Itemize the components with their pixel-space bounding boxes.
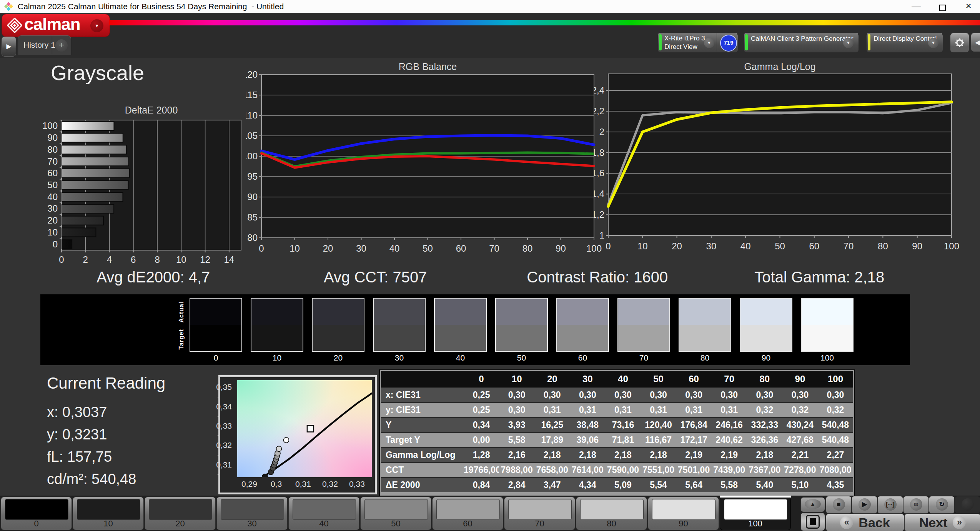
patch-button-50[interactable]: 50 (360, 497, 431, 530)
measurement-point (276, 446, 282, 451)
patch-button-10[interactable]: 10 (73, 497, 144, 530)
svg-text:100: 100 (246, 151, 258, 161)
patch-button-100[interactable]: 100 (720, 497, 791, 530)
patch-button-20[interactable]: 20 (145, 497, 216, 530)
patch-label: 10 (73, 519, 143, 529)
table-value-cell: 116,67 (641, 433, 676, 447)
measurement-table: 0102030405060708090100x: CIE310,250,300,… (380, 370, 854, 496)
patch-button-60[interactable]: 60 (432, 497, 503, 530)
patch-button-0[interactable]: 0 (1, 497, 72, 530)
svg-text:30: 30 (356, 243, 366, 254)
app-logo-icon (4, 2, 13, 11)
table-value-cell: 7590,00 (605, 463, 641, 477)
table-row: y: CIE310,250,300,310,310,310,310,310,31… (381, 403, 853, 417)
table-value-cell: 0,30 (712, 388, 747, 402)
continuous-measure-button[interactable]: ∞ (903, 496, 929, 514)
collapse-panel-button[interactable]: ◀ (971, 33, 980, 52)
swatch-target (374, 325, 425, 351)
table-value-cell: 7551,00 (641, 463, 676, 477)
grayscale-swatch-100: 100 (801, 294, 854, 365)
patch-button-70[interactable]: 70 (504, 497, 575, 530)
table-value-cell: 172,17 (676, 433, 712, 447)
table-header-cell (381, 371, 464, 387)
svg-text:Gamma Log/Log: Gamma Log/Log (744, 62, 815, 72)
swatch-actual (557, 299, 608, 325)
patch-size-up-button[interactable]: ▲ (800, 497, 825, 512)
table-row-label: ΔE 2000 (381, 478, 464, 492)
pattern-generator-dropdown[interactable]: CalMAN Client 3 Pattern Generator ▼ (744, 33, 859, 53)
refresh-button[interactable]: ↻ (929, 496, 955, 514)
table-value-cell: 427,68 (782, 433, 818, 447)
back-chevron-icon: « (840, 516, 853, 529)
close-button[interactable]: × (958, 0, 979, 13)
next-button[interactable]: Next » (904, 514, 980, 531)
tab-scroll-button[interactable]: ▶ (2, 37, 16, 57)
svg-text:0: 0 (606, 241, 611, 251)
minimize-button[interactable]: — (905, 0, 927, 13)
tab-divider (52, 37, 52, 54)
svg-text:40: 40 (740, 241, 751, 251)
swatch-actual (802, 299, 853, 325)
patch-label: 50 (361, 519, 431, 529)
table-value-cell: 3,47 (534, 478, 570, 492)
swatch-box (373, 298, 426, 352)
grayscale-swatch-90: 90 (740, 294, 792, 365)
cie-x-tick-label: 0,29 (241, 479, 257, 489)
table-value-cell: 5,58 (712, 478, 747, 492)
step-measure-button[interactable]: [··] (877, 496, 903, 514)
patch-label: 100 (720, 519, 790, 529)
table-value-cell: 2,18 (570, 448, 605, 462)
table-header-cell: 10 (499, 371, 534, 387)
swatch-level-label: 0 (190, 353, 242, 362)
calman-menu-dropdown-icon[interactable]: ▼ (90, 19, 103, 32)
svg-text:40: 40 (47, 192, 58, 202)
page-title: Grayscale (51, 61, 144, 85)
table-value-cell: 5,58 (499, 433, 534, 447)
top-band: calman ▼ ▶ History 1 + X-Rite i1Pro 3 Di… (0, 13, 980, 58)
table-value-cell: 0,31 (570, 403, 605, 417)
swatch-level-label: 20 (312, 353, 364, 362)
play-icon: ▶ (859, 498, 871, 511)
swatch-level-label: 100 (801, 353, 854, 362)
svg-text:10: 10 (176, 254, 186, 264)
swatch-box (617, 298, 670, 352)
meter-dropdown[interactable]: X-Rite i1Pro 3 Direct View ▼ 719 (657, 33, 738, 53)
stop-button[interactable]: ■ (826, 496, 852, 514)
table-value-cell: 240,62 (712, 433, 747, 447)
swatch-row-labels: ActualTarget (176, 298, 187, 353)
swatch-actual (679, 299, 730, 325)
title-bar: Calman 2025 Calman Ultimate for Business… (0, 0, 980, 13)
display-control-dropdown[interactable]: Direct Display Control ▼ (866, 33, 943, 53)
svg-text:20: 20 (672, 241, 682, 251)
refresh-icon: ↻ (936, 498, 948, 511)
calman-menu-button[interactable]: calman ▼ (2, 14, 110, 37)
add-tab-button[interactable]: + (55, 39, 68, 52)
table-value-cell: 2,21 (782, 448, 818, 462)
settings-button[interactable] (950, 33, 969, 53)
reading-value: cd/m²: 540,48 (47, 468, 212, 490)
grayscale-swatch-80: 80 (679, 294, 731, 365)
patch-button-30[interactable]: 30 (216, 497, 288, 530)
swatch-box (495, 298, 548, 352)
cie-y-tick-label: 0,35 (216, 382, 232, 401)
restore-button[interactable] (932, 0, 953, 13)
patch-button-40[interactable]: 40 (288, 497, 359, 530)
svg-text:0: 0 (259, 243, 264, 254)
table-value-cell: 0,30 (534, 388, 570, 402)
play-button[interactable]: ▶ (852, 496, 877, 514)
back-button[interactable]: « Back (826, 514, 904, 531)
table-value-cell: 39,06 (570, 433, 605, 447)
swatch-target (251, 325, 303, 351)
patch-window-button[interactable] (800, 513, 825, 531)
patch-button-80[interactable]: 80 (576, 497, 647, 530)
chevron-down-icon: ▼ (928, 38, 938, 48)
grayscale-swatch-strip: ActualTarget 0102030405060708090100 (40, 294, 910, 365)
reading-value: fL: 157,75 (47, 446, 212, 468)
patch-swatch (436, 499, 500, 520)
patch-button-90[interactable]: 90 (648, 497, 719, 530)
table-header-cell: 90 (782, 371, 818, 387)
svg-text:70: 70 (47, 156, 58, 167)
swatch-box (190, 298, 242, 352)
tab-history-1[interactable]: History 1 + (18, 35, 71, 55)
table-value-cell: 0,31 (676, 403, 712, 417)
